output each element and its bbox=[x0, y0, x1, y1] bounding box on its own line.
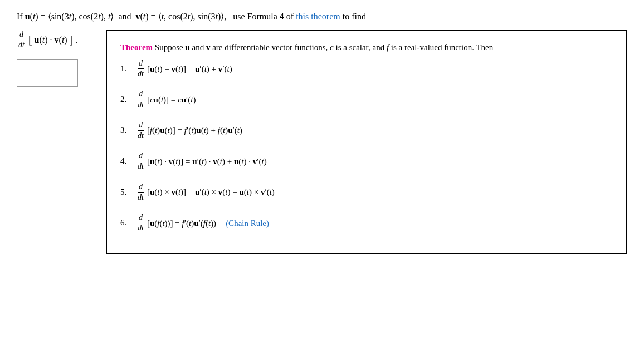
main-layout: d dt [ u(t) · v(t) ] . Theorem Suppose u… bbox=[17, 30, 627, 254]
theorem-item-3: 3. d dt [f(t)u(t)] = f′(t)u(t) + f(t)u′(… bbox=[120, 120, 613, 141]
frac-2: d dt bbox=[136, 89, 145, 110]
theorem-item-1: 1. d dt [u(t) + v(t)] = u′(t) + v′(t) bbox=[120, 58, 613, 79]
theorem-box: Theorem Suppose u and v are differentiab… bbox=[106, 30, 627, 254]
problem-statement: If u(t) = ⟨sin(3t), cos(2t), t⟩ and v(t)… bbox=[17, 11, 627, 22]
u-expression: u(t) · v(t) bbox=[35, 35, 67, 45]
d-dt-fraction: d dt bbox=[17, 30, 26, 50]
frac-4: d dt bbox=[136, 151, 145, 171]
chain-rule-note: (Chain Rule) bbox=[226, 217, 269, 230]
formula-5: d dt [u(t) × v(t)] = u′(t) × v(t) + u(t)… bbox=[136, 182, 275, 203]
formula-1: d dt [u(t) + v(t)] = u′(t) + v′(t) bbox=[136, 58, 232, 79]
formula-5-text: [u(t) × v(t)] = u′(t) × v(t) + u(t) × v′… bbox=[147, 185, 275, 199]
formula-3: d dt [f(t)u(t)] = f′(t)u(t) + f(t)u′(t) bbox=[136, 120, 242, 141]
theorem-item-4: 4. d dt [u(t) · v(t)] = u′(t) · v(t) + u… bbox=[120, 151, 613, 171]
item-number-2: 2. bbox=[120, 89, 131, 106]
theorem-label: Theorem bbox=[120, 43, 153, 52]
item-number-3: 3. bbox=[120, 120, 131, 137]
formula-6: d dt [u(f(t))] = f′(t)u′(f(t)) (Chain Ru… bbox=[136, 213, 269, 233]
theorem-intro: Suppose u and v are differentiable vecto… bbox=[155, 43, 493, 52]
formula-3-text: [f(t)u(t)] = f′(t)u(t) + f(t)u′(t) bbox=[147, 124, 242, 137]
formula-1-text: [u(t) + v(t)] = u′(t) + v′(t) bbox=[147, 62, 232, 76]
formula-4-text: [u(t) · v(t)] = u′(t) · v(t) + u(t) · v′… bbox=[147, 155, 267, 168]
formula-4: d dt [u(t) · v(t)] = u′(t) · v(t) + u(t)… bbox=[136, 151, 267, 171]
item-number-1: 1. bbox=[120, 58, 131, 75]
formula-6-text: [u(f(t))] = f′(t)u′(f(t)) bbox=[147, 217, 216, 230]
theorem-link[interactable]: this theorem bbox=[296, 12, 340, 21]
frac-3: d dt bbox=[136, 120, 145, 141]
frac-6: d dt bbox=[136, 213, 145, 233]
formula-2: d dt [cu(t)] = cu′(t) bbox=[136, 89, 196, 110]
theorem-item-6: 6. d dt [u(f(t))] = f′(t)u′(f(t)) (Chain… bbox=[120, 213, 613, 233]
theorem-header: Theorem Suppose u and v are differentiab… bbox=[120, 41, 613, 54]
frac-5: d dt bbox=[136, 182, 145, 203]
frac-1: d dt bbox=[136, 58, 145, 79]
right-bracket: ] bbox=[70, 33, 74, 46]
numerator-d: d bbox=[18, 30, 25, 40]
u-bold: u bbox=[25, 12, 30, 21]
answer-input[interactable] bbox=[17, 59, 78, 87]
left-bracket: [ bbox=[28, 33, 32, 46]
item-number-6: 6. bbox=[120, 213, 131, 229]
v-bold: v bbox=[135, 12, 140, 21]
theorem-list: 1. d dt [u(t) + v(t)] = u′(t) + v′(t) 2.… bbox=[120, 58, 613, 233]
derivative-expression: d dt [ u(t) · v(t) ] . bbox=[17, 30, 77, 50]
dot-period: . bbox=[75, 35, 77, 45]
item-number-4: 4. bbox=[120, 151, 131, 168]
and-word: and bbox=[118, 12, 131, 21]
problem-text: If u(t) = ⟨sin(3t), cos(2t), t⟩ and v(t)… bbox=[17, 12, 366, 21]
theorem-item-5: 5. d dt [u(t) × v(t)] = u′(t) × v(t) + u… bbox=[120, 182, 613, 203]
left-side: d dt [ u(t) · v(t) ] . bbox=[17, 30, 95, 87]
formula-2-text: [cu(t)] = cu′(t) bbox=[147, 93, 196, 106]
item-number-5: 5. bbox=[120, 182, 131, 199]
theorem-item-2: 2. d dt [cu(t)] = cu′(t) bbox=[120, 89, 613, 110]
denominator-dt: dt bbox=[17, 40, 26, 50]
